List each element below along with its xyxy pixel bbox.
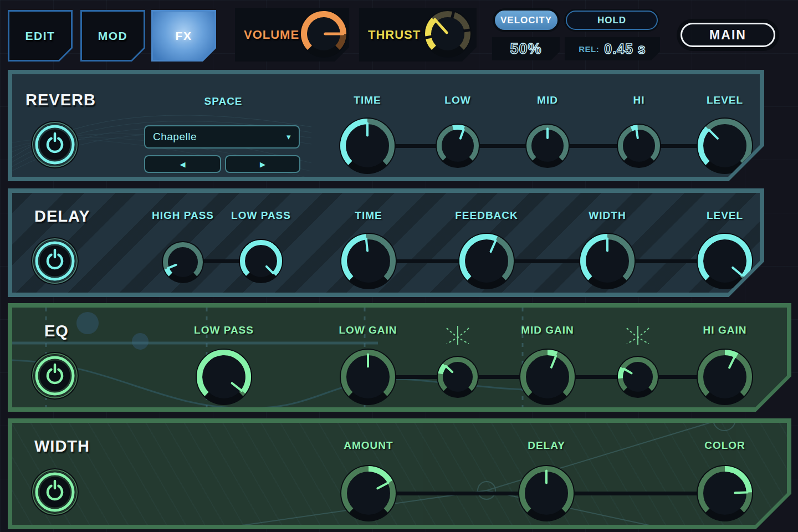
tab-edit-label: EDIT (25, 29, 55, 43)
width-color-knob[interactable] (696, 464, 754, 522)
delay-highpass-knob[interactable] (161, 241, 204, 284)
delay-lowpass-label: LOW PASS (217, 209, 305, 222)
eq-power-button[interactable] (30, 351, 79, 400)
reverb-low-label: LOW (413, 94, 502, 106)
hold-button-label: HOLD (597, 15, 626, 26)
delay-power-button[interactable] (30, 237, 79, 285)
tab-fx-label: FX (176, 29, 192, 43)
volume-label: VOLUME (244, 28, 299, 42)
reverb-time-label: TIME (323, 94, 412, 106)
volume-module: VOLUME (235, 8, 349, 62)
chevron-down-icon: ▾ (287, 132, 291, 142)
width-color-label: COLOR (681, 439, 769, 452)
delay-time-label: TIME (324, 209, 413, 222)
reverb-level-label: LEVEL (681, 94, 760, 106)
width-delay-knob[interactable] (518, 464, 575, 522)
tab-edit[interactable]: EDIT (8, 10, 73, 62)
eq-lowpass-label: LOW PASS (180, 324, 268, 336)
thrust-label: THRUST (368, 28, 421, 42)
reverb-hi-knob[interactable] (616, 123, 662, 168)
eq-low-xover-knob[interactable] (436, 355, 479, 398)
eq-higain-label: HI GAIN (681, 324, 769, 336)
eq-midgain-knob[interactable] (519, 348, 576, 406)
tab-fx[interactable]: FX (151, 10, 216, 62)
eq-lowgain-label: LOW GAIN (324, 324, 412, 336)
eq-lowpass-knob[interactable] (195, 348, 253, 406)
reverb-hi-label: HI (595, 94, 683, 106)
hold-button[interactable]: HOLD (566, 11, 658, 30)
reverb-time-knob[interactable] (339, 117, 396, 175)
velocity-value: 50% (510, 40, 541, 58)
reverb-space-select[interactable]: Chapelle ▾ (144, 125, 300, 149)
reverb-title: REVERB (25, 91, 96, 109)
release-label: REL: (579, 44, 599, 54)
eq-higain-knob[interactable] (696, 348, 754, 406)
width-panel: WIDTH AMOUNT DELAY COLOR (8, 418, 791, 529)
eq-title: EQ (44, 322, 69, 340)
delay-panel: DELAY HIGH PASS LOW PASS TIME FEEDBACK W… (8, 188, 764, 297)
eq-lowgain-knob[interactable] (339, 348, 397, 406)
eq-high-xover-knob[interactable] (616, 355, 659, 398)
delay-width-label: WIDTH (563, 209, 652, 222)
delay-feedback-knob[interactable] (458, 232, 515, 290)
crossover-icon (625, 325, 651, 346)
reverb-mid-knob[interactable] (525, 123, 570, 168)
arrow-left-icon: ◀ (180, 160, 186, 168)
width-constellation-decoration (12, 423, 787, 525)
velocity-value-field[interactable]: 50% (492, 37, 560, 60)
eq-midgain-label: MID GAIN (503, 324, 592, 336)
volume-knob[interactable] (299, 9, 348, 60)
width-power-button[interactable] (30, 468, 79, 516)
delay-feedback-label: FEEDBACK (442, 209, 531, 222)
main-button[interactable]: MAIN (681, 23, 775, 47)
width-delay-label: DELAY (502, 439, 591, 452)
eq-curve-decoration (12, 308, 566, 407)
main-button-label: MAIN (709, 28, 746, 43)
reverb-level-knob[interactable] (696, 117, 754, 175)
eq-panel: EQ LOW PASS LOW GAIN MID GAIN HI GAIN (8, 303, 791, 412)
delay-level-label: LEVEL (681, 209, 760, 222)
crossover-icon (445, 325, 470, 346)
reverb-space-value: Chapelle (153, 131, 197, 143)
velocity-button[interactable]: VELOCITY (495, 11, 557, 30)
reverb-mid-label: MID (503, 94, 592, 106)
release-value-field[interactable]: REL: 0.45 s (565, 37, 660, 60)
width-amount-label: AMOUNT (324, 439, 413, 452)
velocity-button-label: VELOCITY (500, 15, 552, 26)
reverb-space-label: SPACE (179, 95, 268, 108)
delay-time-knob[interactable] (340, 232, 397, 290)
arrow-right-icon: ▶ (260, 160, 265, 168)
delay-title: DELAY (34, 207, 90, 226)
reverb-space-next-button[interactable]: ▶ (225, 155, 300, 173)
thrust-module: THRUST (359, 8, 477, 62)
delay-width-knob[interactable] (579, 232, 636, 290)
thrust-knob[interactable] (423, 9, 472, 60)
reverb-power-button[interactable] (30, 120, 79, 169)
width-amount-knob[interactable] (340, 464, 397, 522)
tab-mod-label: MOD (98, 29, 128, 43)
reverb-low-knob[interactable] (435, 123, 480, 168)
width-title: WIDTH (34, 437, 90, 456)
reverb-space-prev-button[interactable]: ◀ (144, 155, 221, 173)
delay-highpass-label: HIGH PASS (139, 209, 227, 222)
release-value: 0.45 s (604, 41, 646, 57)
reverb-panel: REVERB SPACE Chapelle ▾ ◀ ▶ TIME LOW MID… (8, 70, 764, 181)
tab-mod[interactable]: MOD (80, 10, 145, 62)
delay-level-knob[interactable] (696, 232, 754, 290)
delay-lowpass-knob[interactable] (238, 238, 284, 284)
